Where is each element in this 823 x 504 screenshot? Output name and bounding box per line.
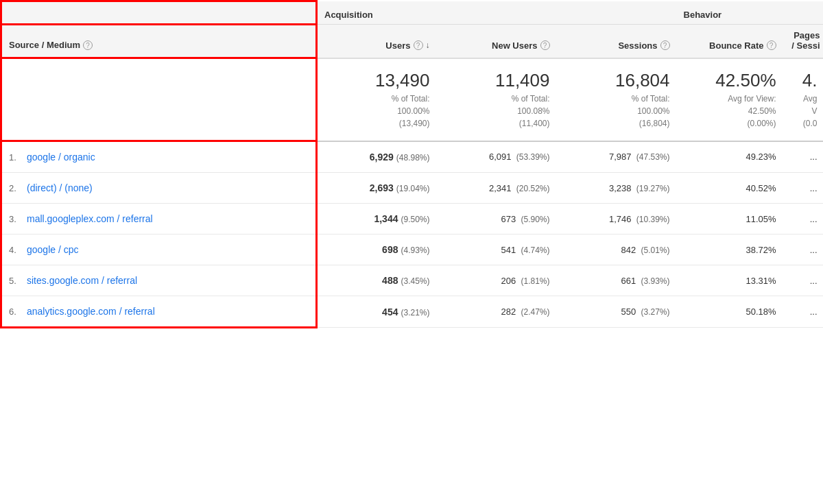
sessions-pct: (10.39%) <box>634 215 670 224</box>
users-header[interactable]: Users ? ↓ <box>317 24 437 58</box>
sessions-label: Sessions <box>618 40 657 51</box>
totals-bounce-avg-label: Avg for View: <box>728 94 776 104</box>
sessions-cell: 3,238 (19.27%) <box>557 173 677 204</box>
users-sort-arrow[interactable]: ↓ <box>426 40 430 50</box>
bounce-rate-header[interactable]: Bounce Rate ? <box>677 24 783 58</box>
new-users-cell: 2,341 (20.52%) <box>437 173 557 204</box>
new-users-cell: 673 (5.90%) <box>437 204 557 235</box>
totals-users-value: 13,490 <box>324 70 430 91</box>
section-header-row: Acquisition Behavior <box>1 1 824 25</box>
column-header-row: Source / Medium ? Users ? ↓ New Users ? <box>1 24 824 58</box>
sessions-help-icon[interactable]: ? <box>660 40 670 50</box>
sessions-pct: (3.93%) <box>639 276 669 286</box>
new-users-cell: 282 (2.47%) <box>437 296 557 328</box>
totals-users-pct-label: % of Total: <box>392 94 430 104</box>
source-cell: 6. analytics.google.com / referral <box>1 296 317 328</box>
sessions-cell: 7,987 (47.53%) <box>557 141 677 173</box>
sessions-header[interactable]: Sessions ? <box>557 24 677 58</box>
bounce-rate-value: 38.72% <box>746 245 776 255</box>
sessions-cell: 661 (3.93%) <box>557 265 677 296</box>
source-medium-help-icon[interactable]: ? <box>83 40 93 50</box>
table-row: 3. mall.googleplex.com / referral 1,344(… <box>1 204 824 235</box>
source-link[interactable]: google / cpc <box>27 244 79 255</box>
sessions-pct: (19.27%) <box>634 184 670 193</box>
pages-session-cell: ... <box>783 173 823 204</box>
source-cell: 5. sites.google.com / referral <box>1 265 317 296</box>
totals-new-users-cell: 11,409 % of Total: 100.08% (11,400) <box>437 58 557 141</box>
source-cell: 3. mall.googleplex.com / referral <box>1 204 317 235</box>
new-users-header[interactable]: New Users ? <box>437 24 557 58</box>
source-link[interactable]: mall.googleplex.com / referral <box>27 213 153 224</box>
totals-sessions-value: 16,804 <box>564 70 670 91</box>
totals-new-users-value: 11,409 <box>444 70 550 91</box>
totals-bounce-avg: 42.50% <box>748 106 776 116</box>
row-number: 3. <box>9 214 21 224</box>
source-link[interactable]: (direct) / (none) <box>27 182 93 193</box>
acquisition-section: Acquisition <box>317 1 677 25</box>
source-cell: 1. google / organic <box>1 141 317 173</box>
row-number: 6. <box>9 307 21 317</box>
totals-sessions-pct-label: % of Total: <box>632 94 670 104</box>
acquisition-label: Acquisition <box>324 10 373 20</box>
row-number: 5. <box>9 276 21 286</box>
pages-session-value: ... <box>810 152 818 162</box>
pages-session-value: ... <box>810 307 818 317</box>
totals-users-sub: % of Total: 100.00% (13,490) <box>324 93 430 130</box>
totals-new-users-sub: % of Total: 100.08% (11,400) <box>444 93 550 130</box>
totals-pages-avg: V <box>812 106 818 116</box>
totals-new-users-total: (11,400) <box>519 119 550 128</box>
pages-session-value: ... <box>810 276 818 286</box>
totals-sessions-pct: 100.00% <box>637 106 669 116</box>
totals-pages-cell: 4. Avg V (0.0 <box>783 58 823 141</box>
source-link[interactable]: google / organic <box>27 152 95 163</box>
totals-sessions-sub: % of Total: 100.00% (16,804) <box>564 93 670 130</box>
source-link[interactable]: analytics.google.com / referral <box>27 306 155 317</box>
users-pct: (9.50%) <box>401 215 429 224</box>
totals-source-cell <box>1 58 317 141</box>
new-users-label: New Users <box>492 40 537 51</box>
users-cell: 1,344(9.50%) <box>317 204 437 235</box>
users-value: 698 <box>382 244 398 255</box>
pages-session-value: ... <box>810 214 818 224</box>
users-value: 1,344 <box>374 213 398 224</box>
bounce-rate-value: 13.31% <box>746 276 776 286</box>
table-row: 5. sites.google.com / referral 488(3.45%… <box>1 265 824 296</box>
bounce-rate-value: 50.18% <box>746 307 776 317</box>
sessions-cell: 1,746 (10.39%) <box>557 204 677 235</box>
users-label: Users <box>385 40 410 51</box>
new-users-pct: (4.74%) <box>518 245 549 255</box>
pages-session-label: Pages / Sessi <box>790 30 820 51</box>
bounce-rate-cell: 40.52% <box>677 173 783 204</box>
totals-new-users-pct: 100.08% <box>517 106 549 116</box>
new-users-pct: (53.39%) <box>514 152 549 162</box>
totals-users-cell: 13,490 % of Total: 100.00% (13,490) <box>317 58 437 141</box>
source-medium-label: Source / Medium <box>9 40 80 50</box>
users-cell: 488(3.45%) <box>317 265 437 296</box>
table-row: 2. (direct) / (none) 2,693(19.04%)2,341 … <box>1 173 824 204</box>
pages-session-cell: ... <box>783 204 823 235</box>
sessions-value: 1,746 <box>609 214 632 224</box>
pages-session-header[interactable]: Pages / Sessi ? <box>783 24 823 58</box>
new-users-help-icon[interactable]: ? <box>540 40 550 50</box>
new-users-pct: (1.81%) <box>518 276 549 286</box>
users-cell: 2,693(19.04%) <box>317 173 437 204</box>
users-cell: 454(3.21%) <box>317 296 437 328</box>
totals-bounce-value: 42.50% <box>684 70 776 91</box>
pages-session-value: ... <box>810 245 818 255</box>
users-help-icon[interactable]: ? <box>414 40 423 50</box>
sessions-value: 842 <box>621 245 636 255</box>
sessions-cell: 842 (5.01%) <box>557 235 677 265</box>
users-cell: 6,929(48.98%) <box>317 141 437 173</box>
source-link[interactable]: sites.google.com / referral <box>27 275 137 286</box>
pages-session-cell: ... <box>783 296 823 328</box>
sessions-value: 7,987 <box>609 152 632 162</box>
source-medium-section <box>1 1 317 25</box>
row-number: 1. <box>9 152 21 163</box>
totals-bounce-diff: (0.00%) <box>748 119 776 128</box>
behavior-label: Behavior <box>684 10 722 20</box>
bounce-rate-cell: 50.18% <box>677 296 783 328</box>
sessions-value: 550 <box>621 307 636 317</box>
bounce-rate-cell: 11.05% <box>677 204 783 235</box>
new-users-pct: (20.52%) <box>514 184 549 193</box>
bounce-rate-help-icon[interactable]: ? <box>767 40 776 50</box>
